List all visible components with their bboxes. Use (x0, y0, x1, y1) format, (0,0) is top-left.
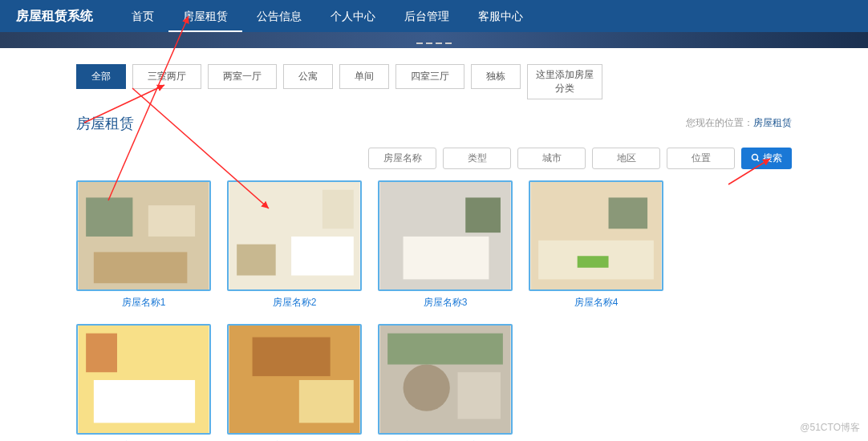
nav-items: 首页 房屋租赁 公告信息 个人中心 后台管理 客服中心 (117, 0, 537, 32)
listing-card[interactable]: 房屋名称5 (76, 324, 211, 441)
category-3b2l[interactable]: 三室两厅 (132, 64, 201, 89)
svg-rect-26 (387, 333, 503, 364)
filter-location[interactable] (667, 148, 735, 169)
svg-rect-3 (86, 197, 132, 237)
carousel-dots[interactable] (416, 42, 452, 44)
svg-point-24 (404, 364, 450, 411)
nav-home[interactable]: 首页 (117, 0, 168, 32)
svg-rect-16 (578, 256, 609, 268)
filter-district[interactable] (592, 148, 660, 169)
listing-thumb (76, 324, 211, 435)
listing-card[interactable]: 这里添加出租的房屋 (378, 324, 513, 441)
title-row: 房屋租赁 您现在的位置：房屋租赁 (76, 114, 792, 133)
svg-rect-18 (94, 380, 195, 423)
search-label: 搜索 (763, 152, 782, 165)
nav-notice[interactable]: 公告信息 (242, 0, 316, 32)
svg-rect-15 (609, 197, 648, 229)
search-icon (751, 153, 761, 163)
category-add-placeholder[interactable]: 这里添加房屋 分类 (527, 64, 602, 99)
listing-title: 房屋名称1 (76, 296, 211, 310)
main-content: 全部 三室两厅 两室一厅 公寓 单间 四室三厅 独栋 这里添加房屋 分类 房屋租… (0, 48, 868, 441)
listing-thumb (76, 180, 211, 291)
svg-rect-5 (148, 205, 195, 237)
category-single[interactable]: 单间 (339, 64, 389, 89)
breadcrumb-prefix: 您现在的位置： (686, 117, 753, 128)
svg-point-0 (752, 155, 758, 160)
listing-card[interactable]: 房屋名称2 (227, 180, 362, 310)
listing-grid: 房屋名称1 房屋名称2 房屋名称3 房屋名称4 房屋名称5 房屋名称6 这里添加… (76, 180, 792, 441)
nav-profile[interactable]: 个人中心 (316, 0, 390, 32)
listing-thumb (227, 324, 362, 435)
category-2b1l[interactable]: 两室一厅 (208, 64, 277, 89)
svg-rect-11 (404, 237, 489, 279)
listing-thumb (529, 180, 663, 291)
listing-title: 房屋名称4 (529, 296, 663, 310)
filter-name[interactable] (368, 148, 436, 169)
category-4b3l[interactable]: 四室三厅 (395, 64, 464, 89)
svg-rect-8 (237, 244, 276, 275)
svg-rect-19 (86, 333, 117, 372)
svg-rect-25 (458, 372, 501, 419)
listing-title: 房屋名称3 (378, 296, 513, 310)
page-title: 房屋租赁 (76, 114, 134, 133)
svg-rect-21 (299, 380, 354, 423)
svg-rect-22 (253, 337, 331, 376)
listing-thumb (378, 324, 513, 435)
filter-type[interactable] (443, 148, 511, 169)
listing-thumb (227, 180, 362, 291)
filter-row: 搜索 (76, 148, 792, 169)
hero-banner (0, 32, 868, 48)
brand-title: 房屋租赁系统 (16, 8, 93, 25)
filter-city[interactable] (517, 148, 586, 169)
listing-card[interactable]: 房屋名称4 (529, 180, 663, 310)
category-all[interactable]: 全部 (76, 64, 126, 89)
listing-card[interactable]: 房屋名称3 (378, 180, 513, 310)
nav-support[interactable]: 客服中心 (464, 0, 537, 32)
listing-card[interactable]: 房屋名称1 (76, 180, 211, 310)
category-detached[interactable]: 独栋 (471, 64, 521, 89)
listing-title: 房屋名称2 (227, 296, 362, 310)
listing-thumb (378, 180, 513, 291)
watermark: @51CTO博客 (800, 421, 860, 435)
svg-rect-4 (94, 252, 188, 283)
svg-line-1 (757, 160, 760, 162)
nav-rental[interactable]: 房屋租赁 (168, 0, 242, 32)
top-nav: 房屋租赁系统 首页 房屋租赁 公告信息 个人中心 后台管理 客服中心 (0, 0, 868, 32)
breadcrumb: 您现在的位置：房屋租赁 (686, 116, 792, 130)
svg-rect-9 (322, 189, 354, 229)
svg-rect-12 (465, 197, 501, 233)
breadcrumb-current[interactable]: 房屋租赁 (753, 117, 792, 128)
nav-admin[interactable]: 后台管理 (390, 0, 464, 32)
category-apartment[interactable]: 公寓 (283, 64, 333, 89)
search-button[interactable]: 搜索 (741, 148, 792, 169)
category-filter-row: 全部 三室两厅 两室一厅 公寓 单间 四室三厅 独栋 这里添加房屋 分类 (76, 64, 792, 99)
svg-rect-7 (291, 237, 354, 276)
listing-card[interactable]: 房屋名称6 (227, 324, 362, 441)
